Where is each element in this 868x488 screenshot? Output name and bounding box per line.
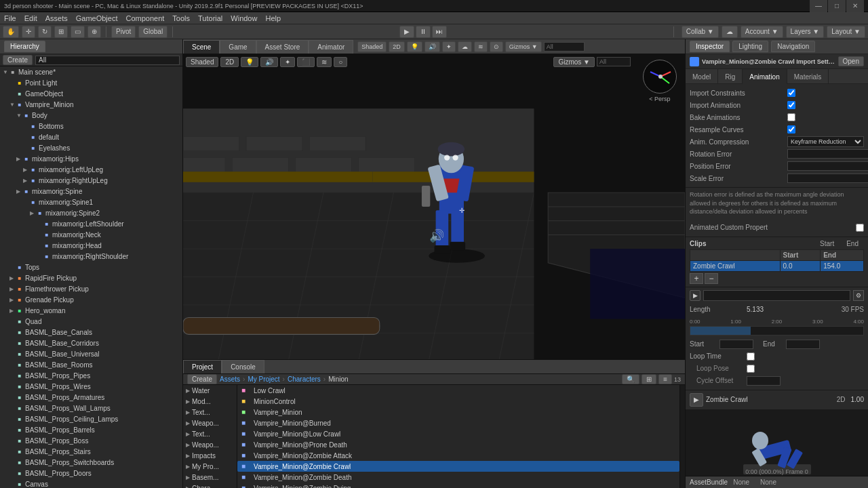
tab-materials[interactable]: Materials <box>787 69 829 84</box>
tree-item[interactable]: ■ mixamorig:RightShoulder <box>0 251 182 262</box>
layers-btn[interactable]: Layers ▼ <box>786 26 825 38</box>
import-constraints-check[interactable] <box>787 89 795 97</box>
tree-item[interactable]: ▶ ■ mixamorig:Spine2 <box>0 207 182 218</box>
animated-custom-prop-check[interactable] <box>856 224 864 232</box>
tree-item[interactable]: ▶ ■ mixamorig:Hips <box>0 153 182 164</box>
resample-curves-check[interactable] <box>787 125 795 134</box>
project-list-btn[interactable]: ≡ <box>658 374 672 384</box>
tree-item[interactable]: ■ Point Light <box>0 77 182 88</box>
tree-item[interactable]: ■ mixamorig:Head <box>0 240 182 251</box>
tree-item[interactable]: ■ BASML_Props_Ceiling_Lamps <box>0 413 182 424</box>
menu-component[interactable]: Component <box>125 14 164 22</box>
tool-transform[interactable]: ⊕ <box>87 26 101 38</box>
tree-item[interactable]: ■ Quad <box>0 316 182 327</box>
tab-game[interactable]: Game <box>220 40 256 54</box>
clip-settings-btn[interactable]: ⚙ <box>853 290 864 301</box>
menu-file[interactable]: File <box>4 14 16 22</box>
loop-pose-check[interactable] <box>747 365 755 373</box>
tab-model[interactable]: Model <box>686 69 718 84</box>
breadcrumb-characters[interactable]: Characters <box>288 375 321 383</box>
sidebar-folder[interactable]: ▶Chara... <box>183 483 237 488</box>
tree-item[interactable]: ■ BASML_Base_Universal <box>0 348 182 359</box>
tool-scale[interactable]: ⊞ <box>54 26 68 38</box>
scene-fx-btn[interactable]: ✦ <box>280 57 295 67</box>
tree-item[interactable]: ▶ ■ RapidFire Pickup <box>0 272 182 283</box>
tree-item[interactable]: ■ BASML_Props_Wires <box>0 381 182 392</box>
layout-btn[interactable]: Layout ▼ <box>827 26 865 38</box>
tree-item[interactable]: ■ BASML_Props_Stairs <box>0 446 182 457</box>
gizmos-btn[interactable]: Gizmos ▼ <box>505 41 542 52</box>
navigation-tab[interactable]: Navigation <box>771 41 815 52</box>
pivot-btn[interactable]: Pivot <box>111 26 136 38</box>
clip-add-btn[interactable]: + <box>690 273 703 284</box>
asset-list-item[interactable]: ■Vampire_Minion@Zombie Death <box>237 472 679 483</box>
project-search-btn[interactable]: 🔍 <box>622 374 639 384</box>
tab-animator[interactable]: Animator <box>309 40 353 54</box>
rotation-error-input[interactable]: 0.5 <box>787 149 868 159</box>
minimize-btn[interactable]: — <box>810 0 827 12</box>
tree-item[interactable]: ■ Eyelashes <box>0 142 182 153</box>
anim-play-btn[interactable]: ▶ <box>690 393 703 407</box>
tree-item[interactable]: ■ Canvas <box>0 479 182 488</box>
tab-scene[interactable]: Scene <box>183 40 220 54</box>
scene-light-btn[interactable]: 💡 <box>241 57 258 67</box>
tab-rig[interactable]: Rig <box>718 69 743 84</box>
tree-item[interactable]: ■ default <box>0 131 182 142</box>
lighting-tab[interactable]: Lighting <box>732 41 768 52</box>
pause-btn[interactable]: ⏸ <box>416 26 431 38</box>
sidebar-folder[interactable]: ▶Weapo... <box>183 439 237 450</box>
clip-remove-btn[interactable]: − <box>705 273 718 284</box>
asset-list-item[interactable]: ■MinionControl <box>237 396 679 407</box>
cycle-offset-input[interactable]: 0 <box>747 376 781 386</box>
tree-item[interactable]: ■ mixamorig:Spine1 <box>0 197 182 207</box>
light-scene-btn[interactable]: 💡 <box>407 41 422 52</box>
menu-help[interactable]: Help <box>265 14 281 22</box>
project-create-btn[interactable]: Create <box>187 374 217 384</box>
fx-btn[interactable]: ✦ <box>442 41 456 52</box>
scene-2d-btn[interactable]: 2D <box>220 57 239 67</box>
shaded-btn[interactable]: Shaded <box>357 41 387 52</box>
tree-item[interactable]: ▶ ■ mixamorig:RightUpLeg <box>0 175 182 186</box>
tree-item[interactable]: ■ Tops <box>0 262 182 272</box>
position-error-input[interactable]: 0.5 <box>787 161 868 171</box>
scene-sky-btn[interactable]: ⬛ <box>297 57 315 67</box>
cloud-btn[interactable]: ☁ <box>722 26 738 38</box>
breadcrumb-assets[interactable]: Assets <box>220 375 240 383</box>
tab-animation[interactable]: Animation <box>743 69 787 84</box>
2d-btn[interactable]: 2D <box>389 41 405 52</box>
collab-btn[interactable]: Collab ▼ <box>682 26 719 38</box>
sidebar-folder[interactable]: ▶Water <box>183 385 237 396</box>
sidebar-folder[interactable]: ▶Text... <box>183 407 237 418</box>
loop-time-check[interactable] <box>747 352 755 361</box>
step-btn[interactable]: ⏭ <box>432 26 447 38</box>
asset-list-item[interactable]: ■Vampire_Minion@Low Crawl <box>237 428 679 439</box>
tree-item[interactable]: ■ BASML_Props_Pipes <box>0 370 182 381</box>
account-btn[interactable]: Account ▼ <box>741 26 783 38</box>
play-btn[interactable]: ▶ <box>399 26 414 38</box>
sound-btn[interactable]: 🔊 <box>425 41 440 52</box>
tool-hand[interactable]: ✋ <box>3 26 19 38</box>
maximize-btn[interactable]: □ <box>828 0 846 12</box>
tree-item[interactable]: ■ BASML_Props_Doors <box>0 468 182 479</box>
tree-item[interactable]: ■ BASML_Base_Corridors <box>0 338 182 348</box>
anim-compression-select[interactable]: Keyframe Reduction <box>787 136 864 147</box>
menu-assets[interactable]: Assets <box>45 14 68 22</box>
tree-item[interactable]: ■ BASML_Props_Barrels <box>0 424 182 435</box>
tree-item[interactable]: ■ BASML_Props_Wall_Lamps <box>0 403 182 413</box>
asset-list-item[interactable]: ■Vampire_Minion@Zombie Dying <box>237 483 679 488</box>
scale-error-input[interactable]: 0.5 <box>787 174 868 183</box>
tree-item[interactable]: ▶ ■ mixamorig:LeftUpLeg <box>0 164 182 175</box>
sidebar-folder[interactable]: ▶Weapo... <box>183 418 237 428</box>
tree-item[interactable]: ▶ ■ Hero_woman <box>0 305 182 316</box>
tree-item[interactable]: ■ BASML_Props_Boss <box>0 435 182 446</box>
tree-item[interactable]: ■ BASML_Base_Canals <box>0 327 182 338</box>
tree-item[interactable]: ■ mixamorig:LeftShoulder <box>0 218 182 229</box>
fog-btn[interactable]: ≋ <box>474 41 488 52</box>
tree-item[interactable]: ▶ ■ mixamorig:Spine <box>0 186 182 197</box>
hierarchy-tab[interactable]: Hierarchy <box>4 41 45 52</box>
global-btn[interactable]: Global <box>138 26 167 38</box>
menu-tutorial[interactable]: Tutorial <box>198 14 222 22</box>
tree-item[interactable]: ■ Bottoms <box>0 121 182 131</box>
scene-shaded-btn[interactable]: Shaded <box>186 57 218 67</box>
tab-console[interactable]: Console <box>222 360 264 373</box>
